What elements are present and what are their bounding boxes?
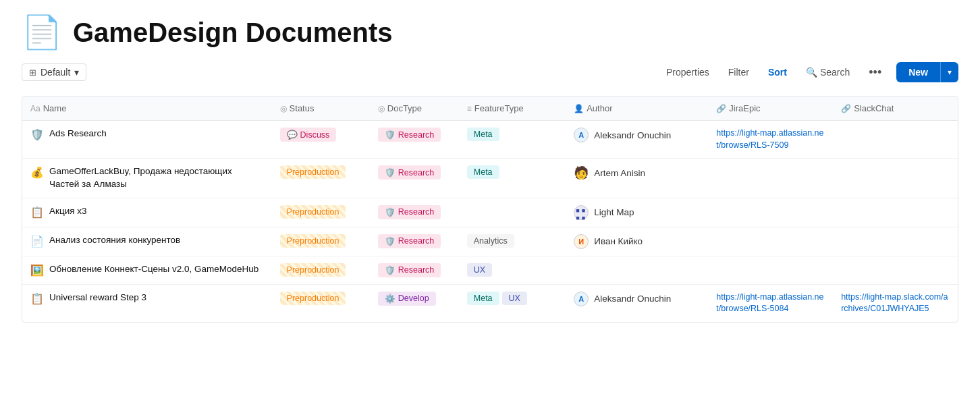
col-icon-author: 👤	[574, 104, 584, 113]
toolbar: ⊞ Default ▾ Properties Filter Sort 🔍 Sea…	[22, 62, 958, 88]
cell-status: Preproduction	[272, 159, 370, 198]
cell-doctype: 🛡️Research	[370, 198, 459, 227]
doctype-badge: ⚙️Develop	[378, 292, 436, 306]
cell-name: 📋Акция x3	[22, 198, 272, 227]
more-options-button[interactable]: •••	[865, 63, 886, 82]
cell-doctype: 🛡️Research	[370, 121, 459, 159]
author-name: Light Map	[594, 207, 634, 217]
table-row[interactable]: 🖼️Обновление Коннект-Сцены v2.0, GameMod…	[22, 256, 958, 284]
author-avatar: 🧑	[574, 165, 589, 180]
col-icon-featuretype: ≡	[467, 104, 472, 113]
properties-button[interactable]: Properties	[662, 64, 713, 80]
status-badge: Preproduction	[280, 205, 346, 219]
author-avatar: A	[574, 128, 589, 142]
cell-featuretype: Meta	[459, 159, 566, 198]
documents-table: AaName ◎Status ◎DocType ≡FeatureType 👤Au…	[22, 96, 958, 323]
feature-badge: UX	[502, 292, 527, 305]
author-avatar: A	[574, 292, 589, 306]
search-button[interactable]: 🔍 Search	[802, 64, 854, 80]
cell-doctype: 🛡️Research	[370, 227, 459, 256]
doctype-icon: 🛡️	[385, 207, 396, 217]
author-avatar: И	[574, 234, 589, 249]
sort-button[interactable]: Sort	[764, 64, 791, 80]
doctype-badge: 🛡️Research	[378, 205, 441, 219]
cell-author: AAleksandr Onuchin	[566, 121, 708, 159]
row-icon: 📋	[30, 292, 44, 305]
view-selector[interactable]: ⊞ Default ▾	[22, 63, 86, 81]
doctype-badge: 🛡️Research	[378, 263, 441, 277]
table-header-row: AaName ◎Status ◎DocType ≡FeatureType 👤Au…	[22, 97, 958, 121]
col-header-name: AaName	[22, 97, 272, 121]
cell-doctype: 🛡️Research	[370, 159, 459, 198]
row-icon: 📄	[30, 235, 44, 248]
status-badge: Preproduction	[280, 263, 346, 277]
doctype-icon: 🛡️	[385, 130, 396, 140]
table-row[interactable]: 🛡️Ads Research💬Discuss🛡️ResearchMetaAAle…	[22, 121, 958, 159]
doctype-icon: 🛡️	[385, 167, 396, 177]
author-avatar: ■■■■	[574, 205, 589, 220]
filter-button[interactable]: Filter	[724, 64, 753, 80]
table-row[interactable]: 📄Анализ состояния конкурентовPreproducti…	[22, 227, 958, 256]
table-row[interactable]: 📋Акция x3Preproduction🛡️Research■■■■Ligh…	[22, 198, 958, 227]
col-icon-name: Aa	[30, 104, 40, 113]
cell-name: 🖼️Обновление Коннект-Сцены v2.0, GameMod…	[22, 256, 272, 284]
col-icon-slackchat: 🔗	[841, 104, 851, 113]
cell-slackchat	[833, 159, 958, 198]
feature-badge: Meta	[467, 292, 499, 305]
doctype-badge: 🛡️Research	[378, 234, 441, 248]
cell-slackchat: https://light-map.slack.com/archives/C01…	[833, 284, 958, 322]
cell-featuretype	[459, 198, 566, 227]
col-icon-doctype: ◎	[378, 104, 385, 113]
feature-badge: Meta	[467, 128, 499, 141]
col-icon-status: ◎	[280, 104, 287, 113]
doctype-badge: 🛡️Research	[378, 165, 441, 180]
cell-name: 📄Анализ состояния конкурентов	[22, 227, 272, 256]
status-badge: Preproduction	[280, 292, 346, 305]
cell-jiraepic: https://light-map.atlassian.net/browse/R…	[708, 121, 833, 159]
row-name: Ads Research	[49, 128, 107, 140]
table-row[interactable]: 💰GameOfferLackBuy, Продажа недостающих Ч…	[22, 159, 958, 198]
new-button-group: New ▾	[896, 62, 958, 82]
cell-status: Preproduction	[272, 198, 370, 227]
cell-name: 🛡️Ads Research	[22, 121, 272, 159]
toolbar-right: Properties Filter Sort 🔍 Search ••• New …	[662, 62, 958, 82]
slack-chat-link[interactable]: https://light-map.slack.com/archives/C01…	[841, 292, 948, 314]
cell-slackchat	[833, 121, 958, 159]
jira-epic-link[interactable]: https://light-map.atlassian.net/browse/R…	[716, 128, 823, 150]
cell-featuretype: UX	[459, 256, 566, 284]
table-row[interactable]: 📋Universal reward Step 3Preproduction⚙️D…	[22, 284, 958, 322]
new-button[interactable]: New	[896, 62, 940, 82]
row-name: Анализ состояния конкурентов	[49, 234, 180, 247]
cell-jiraepic	[708, 256, 833, 284]
cell-author: AAleksandr Onuchin	[566, 284, 708, 322]
author-name: Иван Кийко	[594, 236, 643, 246]
cell-featuretype: MetaUX	[459, 284, 566, 322]
cell-author	[566, 256, 708, 284]
row-name: GameOfferLackBuy, Продажа недостающих Ча…	[49, 165, 264, 191]
row-name: Обновление Коннект-Сцены v2.0, GameModeH…	[49, 263, 258, 276]
doctype-icon: 🛡️	[385, 236, 396, 246]
jira-epic-link[interactable]: https://light-map.atlassian.net/browse/R…	[716, 292, 823, 314]
new-button-dropdown[interactable]: ▾	[940, 62, 958, 82]
status-badge: Preproduction	[280, 165, 346, 179]
col-header-author: 👤Author	[566, 97, 708, 121]
cell-slackchat	[833, 198, 958, 227]
feature-badge: UX	[467, 263, 492, 277]
col-header-slackchat: 🔗SlackChat	[833, 97, 958, 121]
toolbar-left: ⊞ Default ▾	[22, 63, 86, 81]
author-name: Aleksandr Onuchin	[594, 294, 671, 304]
row-icon: 📋	[30, 206, 44, 219]
cell-doctype: 🛡️Research	[370, 256, 459, 284]
cell-status: Preproduction	[272, 284, 370, 322]
cell-name: 📋Universal reward Step 3	[22, 284, 272, 322]
search-label: Search	[820, 67, 850, 78]
doctype-icon: ⚙️	[385, 294, 396, 304]
cell-featuretype: Meta	[459, 121, 566, 159]
cell-jiraepic	[708, 227, 833, 256]
col-header-doctype: ◎DocType	[370, 97, 459, 121]
row-name: Акция x3	[49, 205, 87, 218]
page: 📄 GameDesign Documents ⊞ Default ▾ Prope…	[0, 0, 980, 411]
row-icon: 🛡️	[30, 128, 44, 141]
status-icon: 💬	[287, 130, 298, 140]
cell-jiraepic	[708, 159, 833, 198]
